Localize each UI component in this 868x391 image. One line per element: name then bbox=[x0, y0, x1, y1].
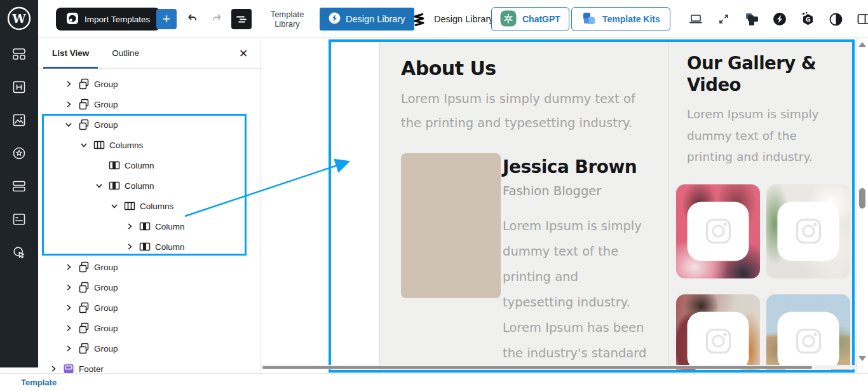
list-view-panel: List View Outline ✕ GroupGroupGroupColum… bbox=[38, 38, 261, 373]
columns-block-icon bbox=[92, 137, 107, 153]
tab-list-view[interactable]: List View bbox=[43, 38, 98, 68]
list-view-row-column[interactable]: Column bbox=[38, 237, 261, 257]
gallery-image-4[interactable] bbox=[766, 294, 850, 373]
top-toolbar: Import Templates + Template Library Desi… bbox=[0, 0, 868, 38]
gallery-text[interactable]: Lorem Ipsum is simply dummy text of the … bbox=[687, 104, 838, 168]
columns-block-icon bbox=[122, 198, 137, 214]
design-library-link[interactable]: Design Library bbox=[413, 0, 494, 38]
gallery-image-2[interactable] bbox=[766, 184, 850, 278]
profile-name[interactable]: Jessica Brown bbox=[503, 156, 653, 177]
expand-icon[interactable] bbox=[715, 11, 732, 27]
block-label: Group bbox=[94, 79, 118, 89]
list-view-row-group[interactable]: Group bbox=[38, 277, 261, 298]
wordpress-logo-icon[interactable]: W bbox=[6, 6, 32, 34]
chevron-right-icon[interactable] bbox=[61, 97, 76, 112]
dashboard-icon[interactable] bbox=[11, 46, 27, 62]
gallery-title[interactable]: Our Gallery & Video bbox=[687, 52, 827, 95]
list-view-row-group[interactable]: Group bbox=[38, 257, 261, 277]
profile-role[interactable]: Fashion Blogger bbox=[503, 184, 653, 198]
form-icon[interactable] bbox=[11, 211, 27, 228]
cursor-click-icon[interactable] bbox=[11, 244, 27, 261]
list-view-row-column[interactable]: Column bbox=[38, 175, 261, 196]
scroll-down-icon[interactable] bbox=[858, 356, 866, 361]
gallery-image-1[interactable] bbox=[676, 184, 760, 278]
chevron-right-icon[interactable] bbox=[61, 320, 76, 336]
list-view-toggle-button[interactable] bbox=[231, 0, 252, 38]
list-view-row-group[interactable]: Group bbox=[38, 298, 261, 318]
chevron-down-icon[interactable] bbox=[61, 117, 76, 132]
scroll-up-icon[interactable] bbox=[858, 42, 866, 47]
list-view-row-group[interactable]: Group bbox=[38, 114, 261, 135]
template-kits-button[interactable]: Template Kits bbox=[571, 0, 670, 38]
chevron-right-icon[interactable] bbox=[122, 219, 137, 234]
heading-icon[interactable] bbox=[11, 79, 27, 95]
gallery-image-3[interactable] bbox=[676, 294, 760, 373]
rows-icon[interactable] bbox=[11, 178, 27, 195]
list-view-row-group[interactable]: Group bbox=[38, 74, 261, 94]
chevron-down-icon[interactable] bbox=[92, 178, 107, 193]
canvas-gutter-divider bbox=[857, 38, 857, 373]
svg-text:G: G bbox=[805, 16, 810, 23]
block-category-rail bbox=[0, 46, 38, 261]
editor-canvas-selected-group[interactable]: About Us Lorem Ipsum is simply dummy tex… bbox=[329, 39, 855, 373]
group-block-icon bbox=[76, 341, 92, 356]
chevron-down-icon[interactable] bbox=[76, 137, 92, 153]
toolbar-right-icons: G bbox=[688, 0, 868, 38]
block-label: Column bbox=[155, 222, 185, 231]
close-icon[interactable]: ✕ bbox=[234, 38, 253, 69]
about-section[interactable]: About Us Lorem Ipsum is simply dummy tex… bbox=[379, 42, 668, 370]
gallery-section[interactable]: Our Gallery & Video Lorem Ipsum is simpl… bbox=[668, 42, 852, 370]
redo-button[interactable] bbox=[210, 0, 225, 38]
list-view-row-group[interactable]: Group bbox=[38, 318, 261, 338]
chevron-right-icon[interactable] bbox=[61, 300, 76, 315]
blocks-icon[interactable] bbox=[743, 11, 760, 27]
laptop-icon[interactable] bbox=[688, 11, 704, 27]
about-text[interactable]: Lorem Ipsum is simply dummy text of the … bbox=[401, 87, 637, 135]
list-view-row-group[interactable]: Group bbox=[38, 338, 261, 359]
chatgpt-button[interactable]: ChatGPT bbox=[491, 0, 569, 38]
inserter-add-button[interactable]: + bbox=[156, 0, 177, 38]
chevron-down-icon[interactable] bbox=[107, 198, 122, 214]
column-block-icon bbox=[107, 178, 122, 193]
chatgpt-logo-icon bbox=[500, 10, 517, 29]
chevron-right-icon[interactable] bbox=[61, 259, 76, 275]
block-label: Group bbox=[94, 303, 118, 313]
block-label: Columns bbox=[109, 141, 143, 150]
tab-outline[interactable]: Outline bbox=[103, 38, 148, 68]
breadcrumb[interactable]: Template bbox=[21, 378, 57, 387]
instagram-icon bbox=[688, 202, 749, 261]
column-block-icon bbox=[137, 239, 153, 254]
list-view-row-column[interactable]: Column bbox=[38, 216, 261, 237]
block-label: Group bbox=[94, 283, 118, 292]
star-badge-icon[interactable] bbox=[11, 145, 27, 161]
column-block-icon bbox=[107, 158, 122, 173]
undo-button[interactable] bbox=[184, 0, 200, 38]
vertical-scrollbar-thumb[interactable] bbox=[859, 188, 865, 209]
template-kits-icon bbox=[581, 11, 597, 28]
panel-right-icon[interactable] bbox=[855, 11, 868, 27]
chevron-right-icon[interactable] bbox=[61, 341, 76, 356]
about-title[interactable]: About Us bbox=[401, 57, 668, 79]
list-view-row-columns[interactable]: Columns bbox=[38, 196, 261, 216]
chevron-right-icon[interactable] bbox=[61, 280, 76, 295]
import-templates-button[interactable]: Import Templates bbox=[56, 0, 160, 38]
image-icon[interactable] bbox=[11, 112, 27, 128]
g-hexagon-icon[interactable]: G bbox=[799, 11, 816, 27]
list-view-row-group[interactable]: Group bbox=[38, 94, 261, 114]
bolt-circle-icon[interactable] bbox=[771, 11, 788, 27]
design-library-button[interactable]: Design Library bbox=[320, 0, 414, 38]
list-view-row-column[interactable]: Column bbox=[38, 155, 261, 175]
block-label: Group bbox=[94, 324, 118, 333]
profile-block: Jessica Brown Fashion Blogger Lorem Ipsu… bbox=[401, 153, 668, 373]
template-kits-label: Template Kits bbox=[602, 14, 660, 24]
design-library-button-label: Design Library bbox=[346, 14, 405, 24]
chevron-right-icon[interactable] bbox=[61, 76, 76, 92]
instagram-icon bbox=[778, 312, 839, 371]
chevron-right-icon[interactable] bbox=[122, 239, 137, 254]
profile-bio[interactable]: Lorem Ipsum is simply dummy text of the … bbox=[503, 214, 653, 373]
group-block-icon bbox=[76, 280, 92, 295]
horizontal-scrollbar-thumb[interactable] bbox=[262, 366, 812, 369]
profile-photo[interactable] bbox=[401, 153, 501, 298]
list-view-row-columns[interactable]: Columns bbox=[38, 135, 261, 155]
contrast-icon[interactable] bbox=[827, 11, 844, 27]
